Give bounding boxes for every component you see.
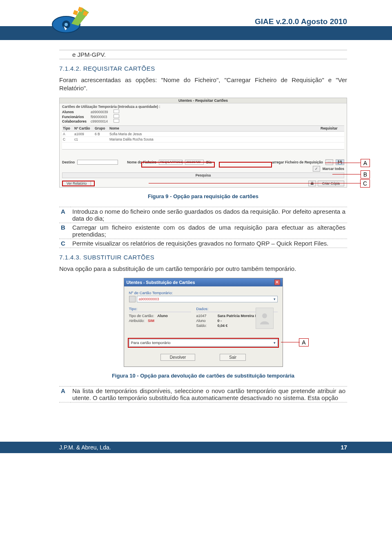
btn-carregar-icon[interactable]: ⋯ <box>325 159 333 165</box>
desc-table-2: ANa lista de temporários disponíveis, se… <box>59 386 347 402</box>
fig10-tipo-row: Atribuído:SIM <box>129 319 192 323</box>
svg-point-3 <box>65 23 68 26</box>
fig9-title: Utentes - Requisitar Cartões <box>60 98 347 103</box>
th-tipo: Tipo <box>62 126 74 131</box>
lbl-pesquisa: Pesquisa <box>196 173 211 177</box>
th-grupo: Grupo <box>94 126 109 131</box>
footer-page-number: 17 <box>341 444 347 451</box>
page-header: GIAE v.2.0.0 Agosto 2010 <box>0 0 392 40</box>
fig9-qty-row: Colaboradoresc99000014 <box>62 119 344 124</box>
carryover-table: e JPM-GPV. <box>59 50 347 59</box>
chevron-down-icon: ▾ <box>274 297 276 301</box>
figure-9-panel: Utentes - Requisitar Cartões Cartões de … <box>59 98 347 188</box>
footer-company: J.P.M. & Abreu, Lda. <box>59 444 111 451</box>
desc-val: Carregar um ficheiro existente com os da… <box>71 223 347 239</box>
fig9-redbox-c <box>62 181 95 186</box>
fig9-redbox-b <box>219 162 272 168</box>
th-req: Requisitar <box>320 126 344 131</box>
fig9-qty-row: Funcionáriosf99000003 <box>62 114 344 119</box>
avatar-placeholder <box>256 308 274 329</box>
fig10-title: Utentes - Substituição de Cartões <box>127 280 195 285</box>
desc-val: Na lista de temporários disponíveis, sel… <box>71 386 347 402</box>
fig9-subtitle: Cartões de Utilização Temporária (Introd… <box>62 105 344 109</box>
fig10-tipo-row: Tipo de Cartão:Aluno <box>129 314 192 318</box>
card-icon <box>129 296 136 302</box>
num-cartao-value: a900000003 <box>139 297 159 301</box>
close-icon[interactable]: × <box>274 279 280 285</box>
figure-10-wrap: Utentes - Substituição de Cartões × Nº d… <box>59 278 347 367</box>
figure-9-wrap: Utentes - Requisitar Cartões Cartões de … <box>59 98 347 188</box>
chk-marcar[interactable]: ✓ <box>313 166 320 172</box>
fig9-data-row: Aa10096 BSofia Maria de Jesus <box>62 132 344 137</box>
logo-icon <box>49 3 94 38</box>
desc-key: C <box>59 239 71 248</box>
figure-10-panel: Utentes - Substituição de Cartões × Nº d… <box>124 278 283 367</box>
desc-key: A <box>59 386 71 402</box>
fig10-callout-a: A <box>299 338 308 346</box>
desc-val: Introduza o nome do ficheiro onde serão … <box>71 207 347 223</box>
fig10-redbox-a <box>128 338 279 348</box>
btn-save-icon[interactable]: 💾 <box>336 159 344 165</box>
btn-devolver[interactable]: Devolver <box>160 354 195 361</box>
desc-key: B <box>59 223 71 239</box>
desc-table-1: AIntroduza o nome do ficheiro onde serão… <box>59 207 347 248</box>
btn-criar-copia[interactable]: Criar Cópia <box>318 181 344 186</box>
lbl-num-cartao: Nº de Cartão Temporário: <box>129 291 278 295</box>
fig9-callout-a: A <box>361 159 370 167</box>
fig9-callout-c: C <box>360 179 370 188</box>
section-title-7142: 7.1.4.2. REQUISITAR CARTÕES <box>59 65 347 72</box>
page-content: e JPM-GPV. 7.1.4.2. REQUISITAR CARTÕES F… <box>0 40 392 421</box>
fig9-data-row: Cc1Mariana Dalila Rocha Sousa <box>62 137 344 143</box>
input-num-cartao[interactable]: a900000003 ▾ <box>137 296 278 302</box>
fig9-callout-b: B <box>361 170 370 179</box>
figure-10-caption: Figura 10 - Opção para devolução de cart… <box>59 373 347 379</box>
fig9-qty-row: Alunosa99000039 <box>62 110 344 114</box>
col1-head: Tipo: <box>129 306 192 312</box>
section-intro-7142: Foram acrescentadas as opções: "Nome do … <box>59 76 347 93</box>
fld-destino[interactable] <box>77 160 118 165</box>
desc-val: Permite visualizar os relatórios de requ… <box>71 239 347 248</box>
page-footer: J.P.M. & Abreu, Lda. 17 <box>0 442 392 453</box>
lbl-carregar: arregar Ficheiro de Requisição <box>272 160 323 164</box>
th-nome: Nome <box>109 126 320 131</box>
figure-9-caption: Figura 9 - Opção para requisição de cart… <box>59 193 347 199</box>
desc-key: A <box>59 207 71 223</box>
th-num: Nº Cartão <box>74 126 94 131</box>
lbl-destino: Destino <box>62 160 75 164</box>
carryover-text: e JPM-GPV. <box>71 50 347 59</box>
fig9-redbox-a <box>141 162 215 168</box>
btn-sair[interactable]: Sair <box>220 354 246 361</box>
svg-point-7 <box>262 313 267 318</box>
section-title-7143: 7.1.4.3. SUBSTITUIR CARTÕES <box>59 254 347 261</box>
lbl-marcar: Marcar todos <box>323 167 344 171</box>
section-intro-7143: Nova opção para a substituição de um car… <box>59 265 347 273</box>
btn-print-icon[interactable]: 🖶 <box>308 181 316 186</box>
header-title: GIAE v.2.0.0 Agosto 2010 <box>255 17 347 26</box>
